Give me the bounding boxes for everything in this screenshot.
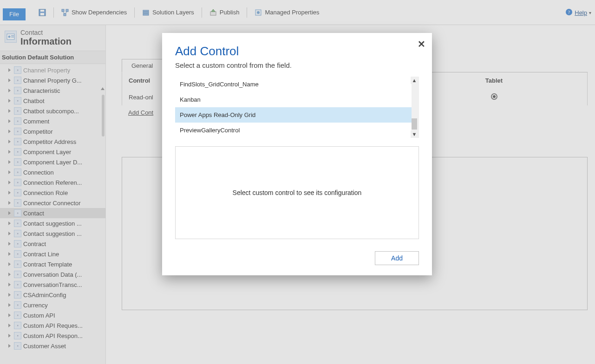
control-list-item[interactable]: Kanban bbox=[175, 92, 412, 107]
add-button[interactable]: Add bbox=[375, 251, 419, 265]
control-list-item[interactable]: FindSlots_GridControl_Name bbox=[175, 77, 412, 92]
config-placeholder-text: Select custom control to see its configu… bbox=[233, 189, 362, 196]
list-scroll-down[interactable]: ▼ bbox=[411, 130, 418, 138]
control-list-item[interactable]: PreviewGalleryControl bbox=[175, 123, 412, 138]
close-button[interactable]: ✕ bbox=[418, 39, 425, 49]
close-icon: ✕ bbox=[418, 39, 425, 49]
dialog-title: Add Control bbox=[175, 44, 419, 58]
list-scroll-up[interactable]: ▲ bbox=[411, 77, 418, 84]
list-scrollbar-thumb[interactable] bbox=[412, 118, 417, 130]
add-control-dialog: ✕ Add Control Select a custom control fr… bbox=[162, 33, 432, 275]
dialog-subtitle: Select a custom control from the field. bbox=[175, 61, 419, 69]
control-list: FindSlots_GridControl_NameKanbanPower Ap… bbox=[175, 77, 419, 138]
control-list-item[interactable]: Power Apps Read-Only Grid bbox=[175, 107, 412, 123]
config-placeholder-panel: Select custom control to see its configu… bbox=[175, 146, 419, 239]
